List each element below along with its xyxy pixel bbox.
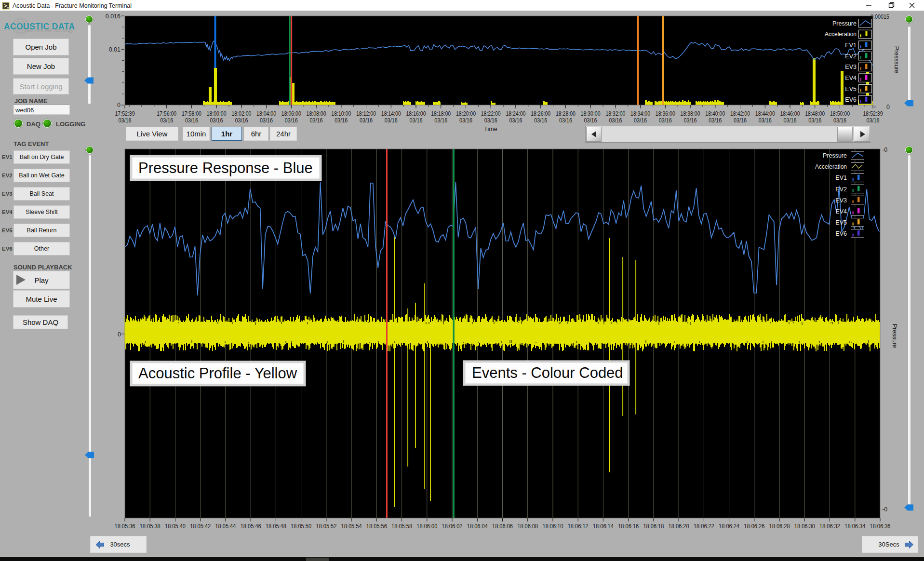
svg-text:18:06:36: 18:06:36 xyxy=(870,523,891,530)
svg-text:EV4: EV4 xyxy=(835,208,847,215)
svg-text:Events - Colour Coded: Events - Colour Coded xyxy=(472,364,623,381)
svg-text:Acoustic Profile - Yellow: Acoustic Profile - Yellow xyxy=(138,365,297,382)
svg-text:Pressure Response - Blue: Pressure Response - Blue xyxy=(138,160,313,176)
svg-text:18:05:38: 18:05:38 xyxy=(140,523,161,530)
svg-text:18:06:08: 18:06:08 xyxy=(517,523,538,530)
svg-text:18:06:34: 18:06:34 xyxy=(844,523,865,530)
svg-text:18:06:00: 18:06:00 xyxy=(416,523,437,530)
svg-text:0: 0 xyxy=(886,104,890,110)
svg-text:18:05:50: 18:05:50 xyxy=(291,523,311,530)
svg-text:18:05:46: 18:05:46 xyxy=(241,523,261,530)
svg-text:18:05:40: 18:05:40 xyxy=(165,523,186,530)
svg-text:18:06:28: 18:06:28 xyxy=(769,523,790,530)
svg-text:EV6: EV6 xyxy=(845,96,857,103)
svg-text:18:06:32: 18:06:32 xyxy=(819,523,840,530)
svg-text:EV4: EV4 xyxy=(845,75,857,81)
svg-text:18:06:10: 18:06:10 xyxy=(543,523,563,530)
svg-text:EV2: EV2 xyxy=(845,53,857,60)
svg-text:Acceleration: Acceleration xyxy=(815,163,847,170)
svg-text:EV5: EV5 xyxy=(845,86,857,93)
svg-text:0: 0 xyxy=(118,331,121,338)
svg-text:Pressure: Pressure xyxy=(823,152,847,159)
svg-text:18:06:20: 18:06:20 xyxy=(669,523,689,530)
svg-text:18:06:26: 18:06:26 xyxy=(744,523,764,530)
svg-text:Acceleration: Acceleration xyxy=(825,31,857,38)
svg-text:18:06:12: 18:06:12 xyxy=(568,523,589,530)
svg-text:0.00015: 0.00015 xyxy=(870,13,889,20)
svg-text:18:06:04: 18:06:04 xyxy=(467,523,488,530)
svg-text:EV3: EV3 xyxy=(835,197,847,204)
svg-text:18:06:18: 18:06:18 xyxy=(643,523,664,530)
svg-text:Presssure: Presssure xyxy=(893,46,900,73)
svg-text:Pressure: Pressure xyxy=(891,324,898,348)
svg-text:18:06:22: 18:06:22 xyxy=(694,523,714,530)
svg-text:18:05:44: 18:05:44 xyxy=(215,523,236,530)
svg-text:18:06:24: 18:06:24 xyxy=(719,523,739,530)
svg-text:-0: -0 xyxy=(882,147,887,153)
svg-text:Pressure: Pressure xyxy=(832,20,857,27)
svg-text:18:06:16: 18:06:16 xyxy=(618,523,639,530)
svg-text:18:05:36: 18:05:36 xyxy=(115,523,135,530)
svg-text:EV1: EV1 xyxy=(845,42,857,49)
svg-text:18:05:58: 18:05:58 xyxy=(391,523,412,530)
svg-text:18:06:30: 18:06:30 xyxy=(794,523,815,530)
svg-text:EV5: EV5 xyxy=(835,219,847,226)
svg-text:18:06:06: 18:06:06 xyxy=(492,523,513,530)
svg-text:18:05:54: 18:05:54 xyxy=(341,523,362,530)
svg-text:0.01: 0.01 xyxy=(109,46,121,53)
svg-text:18:05:42: 18:05:42 xyxy=(190,523,211,530)
svg-text:EV2: EV2 xyxy=(835,186,847,193)
svg-text:18:05:52: 18:05:52 xyxy=(316,523,336,530)
svg-text:EV3: EV3 xyxy=(845,64,857,70)
svg-text:18:05:56: 18:05:56 xyxy=(366,523,387,530)
svg-text:18:06:14: 18:06:14 xyxy=(593,523,614,530)
svg-text:EV1: EV1 xyxy=(835,174,847,181)
svg-text:-0: -0 xyxy=(882,506,887,513)
svg-text:0.016: 0.016 xyxy=(106,13,121,20)
svg-text:18:05:48: 18:05:48 xyxy=(266,523,286,530)
svg-text:EV6: EV6 xyxy=(835,230,847,237)
svg-text:18:06:02: 18:06:02 xyxy=(442,523,463,530)
svg-text:0: 0 xyxy=(117,102,121,108)
